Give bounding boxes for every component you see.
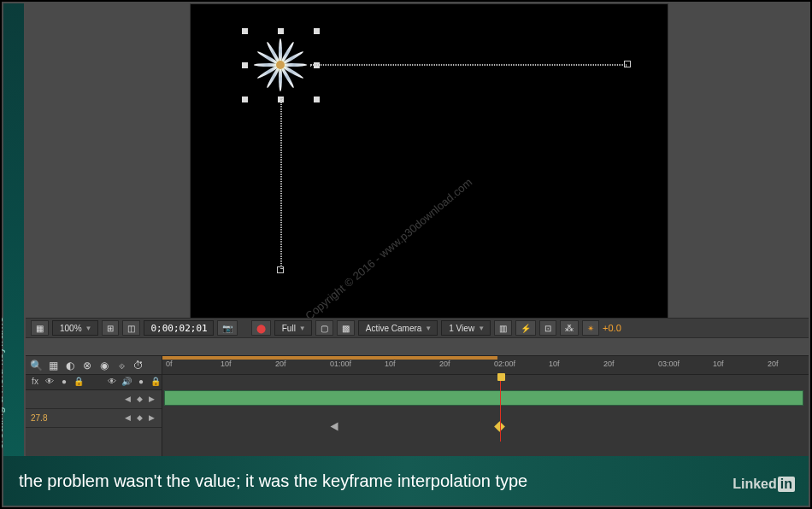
av-col-icon[interactable]: 👁 (106, 377, 118, 389)
timeline-panel: 🔍 ▦ ◐ ⊗ ◉ ⟐ ⏱ fx 👁 ● 🔒 👁 🔊 ● 🔒 ◀ ◆ ▶ (26, 355, 809, 458)
ruler-tick: 20f (275, 360, 286, 368)
ruler-tick: 10f (549, 360, 560, 368)
graph-editor-icon[interactable]: ⟐ (115, 359, 128, 372)
chevron-down-icon: ▼ (425, 325, 432, 332)
ruler-tick: 10f (385, 360, 396, 368)
timecode-display[interactable]: 0;00;02;01 (144, 320, 214, 336)
prev-keyframe-icon[interactable]: ◀ (122, 413, 132, 424)
camera-select[interactable]: Active Camera▼ (358, 320, 438, 336)
next-keyframe-icon[interactable]: ▶ (146, 413, 156, 424)
transform-handle[interactable] (278, 28, 284, 34)
timeline-icon[interactable]: ⊡ (539, 320, 556, 336)
solo2-col-icon[interactable]: ● (135, 377, 147, 389)
lock2-col-icon[interactable]: 🔒 (150, 377, 162, 389)
timeline-column-headers: fx 👁 ● 🔒 👁 🔊 ● 🔒 (26, 375, 162, 390)
resolution-select[interactable]: Full▼ (274, 320, 312, 336)
fast-preview-icon[interactable]: ⚡ (515, 320, 536, 336)
ruler-tick: 20f (603, 360, 615, 368)
shy-icon[interactable]: ◐ (63, 359, 77, 372)
timeline-toolbar: 🔍 ▦ ◐ ⊗ ◉ ⟐ ⏱ (26, 356, 162, 375)
lesson-title-text: creating a Hold keyframe (0, 316, 5, 449)
flower-layer[interactable] (250, 35, 310, 95)
prev-keyframe-icon[interactable]: ◀ (122, 395, 132, 405)
caption-bar: the problem wasn't the value; it was the… (3, 456, 809, 506)
add-keyframe-icon[interactable]: ◆ (134, 395, 144, 405)
lock-col-icon[interactable]: 🔒 (73, 377, 85, 389)
transform-handle[interactable] (242, 28, 248, 34)
search-icon[interactable]: 🔍 (29, 359, 43, 372)
layer-duration-bar[interactable] (164, 390, 803, 406)
zoom-select[interactable]: 100%▼ (52, 320, 98, 336)
hold-keyframe-icon[interactable] (331, 423, 338, 431)
transform-handle[interactable] (314, 28, 320, 34)
pixel-aspect-icon[interactable]: ▥ (494, 320, 512, 336)
views-select[interactable]: 1 View▼ (441, 320, 491, 336)
flower-center (276, 61, 285, 69)
time-ruler[interactable]: 0f 10f 20f 01:00f 10f 20f 02:00f 10f 20f… (162, 356, 809, 375)
brainstorm-icon[interactable]: ⏱ (132, 359, 145, 372)
transform-handle[interactable] (242, 97, 248, 102)
exposure-icon[interactable]: ✴ (582, 320, 599, 336)
timeline-tracks-pane[interactable]: 0f 10f 20f 01:00f 10f 20f 02:00f 10f 20f… (162, 356, 809, 458)
chevron-down-icon: ▼ (85, 325, 92, 332)
ruler-tick: 0f (166, 360, 173, 368)
eye-col-icon[interactable]: 👁 (44, 377, 56, 389)
current-time-indicator[interactable] (500, 375, 501, 442)
mask-toggle-icon[interactable]: ◫ (122, 320, 140, 336)
transform-handle[interactable] (242, 62, 248, 68)
channel-icon[interactable]: ⬤ (251, 320, 271, 336)
ruler-tick: 01:00f (330, 360, 351, 368)
roi-icon[interactable]: ▢ (315, 320, 333, 336)
safe-zones-icon[interactable]: ⊞ (102, 320, 119, 336)
audio-col-icon[interactable]: 🔊 (121, 377, 132, 389)
ruler-tick: 02:00f (494, 360, 515, 368)
cti-grip[interactable] (497, 373, 505, 381)
property-value[interactable]: 27.8 (31, 413, 47, 423)
composition-canvas[interactable] (190, 3, 668, 319)
add-keyframe-icon[interactable]: ◆ (134, 413, 144, 424)
exposure-value[interactable]: +0.0 (603, 323, 621, 333)
ruler-tick: 10f (713, 360, 724, 368)
ruler-tick: 10f (221, 360, 232, 368)
snapshot-icon[interactable]: 📷 (217, 320, 238, 336)
comp-mini-icon[interactable]: ▦ (46, 359, 60, 372)
chevron-down-icon: ▼ (299, 325, 306, 332)
property-row[interactable]: 27.8 ◀ ◆ ▶ (26, 409, 162, 428)
motion-keyframe-marker[interactable] (277, 266, 284, 273)
ruler-tick: 20f (768, 360, 779, 368)
next-keyframe-icon[interactable]: ▶ (146, 395, 156, 405)
chevron-down-icon: ▼ (478, 325, 485, 332)
composition-viewer: Copyright © 2016 - www.p30download.com ▦… (26, 3, 809, 355)
flowchart-icon[interactable]: ⁂ (560, 320, 579, 336)
timeline-left-pane: 🔍 ▦ ◐ ⊗ ◉ ⟐ ⏱ fx 👁 ● 🔒 👁 🔊 ● 🔒 ◀ ◆ ▶ (26, 356, 162, 458)
motion-path-horizontal (310, 64, 627, 66)
motion-keyframe-marker[interactable] (624, 61, 631, 67)
viewer-toolbar: ▦ 100%▼ ⊞ ◫ 0;00;02;01 📷 ⬤ Full▼ ▢ ▩ Act… (26, 318, 809, 338)
motion-blur-icon[interactable]: ◉ (97, 359, 111, 372)
caption-text: the problem wasn't the value; it was the… (19, 471, 527, 491)
fx-col-icon[interactable]: fx (29, 377, 41, 389)
layer-row[interactable]: ◀ ◆ ▶ (26, 390, 162, 409)
tracks-area[interactable] (162, 375, 809, 442)
linkedin-logo: Linkedin (733, 477, 795, 492)
frame-blend-icon[interactable]: ⊗ (80, 359, 94, 372)
lesson-title-strip: creating a Hold keyframe (3, 3, 24, 458)
transparency-grid-icon[interactable]: ▩ (337, 320, 355, 336)
ruler-tick: 20f (439, 360, 450, 368)
solo-col-icon[interactable]: ● (58, 377, 70, 389)
grid-icon[interactable]: ▦ (31, 320, 49, 336)
transform-handle[interactable] (314, 97, 320, 102)
motion-path-vertical (280, 98, 282, 269)
ruler-tick: 03:00f (658, 360, 680, 368)
